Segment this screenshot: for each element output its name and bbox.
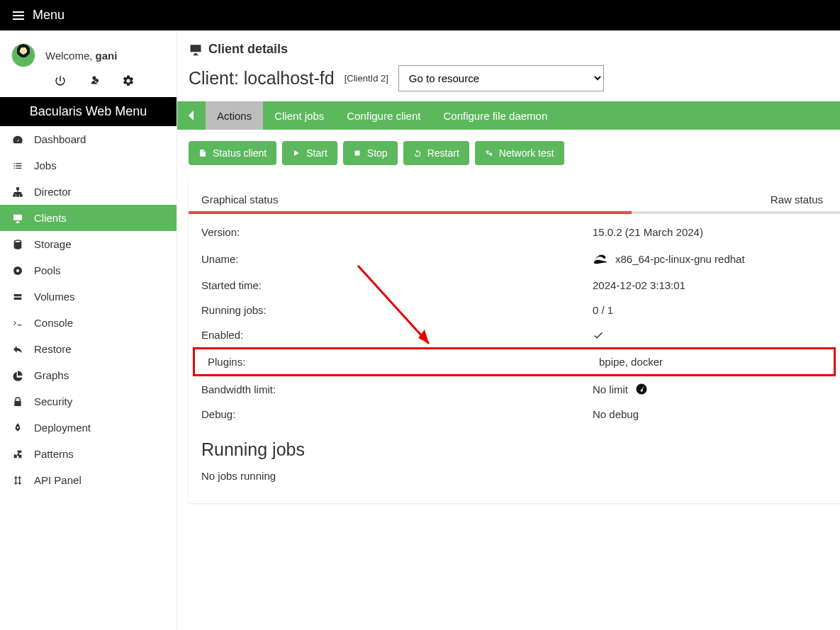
tab-configure-file-daemon[interactable]: Configure file daemon [432,101,559,130]
gauge-icon[interactable] [635,383,648,395]
chart-pie-icon [11,370,24,381]
svg-point-1 [16,269,19,272]
sidebar-item-label: Restore [34,343,72,355]
highlight-annotation: Plugins: bpipe, docker [193,347,836,376]
sidebar-item-label: Pools [34,264,61,276]
hamburger-icon[interactable] [13,11,24,20]
database-icon [11,239,24,250]
hdd-icon [11,291,24,303]
sidebar-item-label: Security [34,395,72,407]
info-label: Plugins: [208,356,599,368]
sitemap-icon [11,186,24,198]
info-label: Bandwidth limit: [201,383,593,395]
stop-button[interactable]: Stop [343,141,398,165]
client-id: [ClientId 2] [345,73,388,84]
graphical-status-tab[interactable]: Graphical status [201,193,278,206]
sidebar-item-restore[interactable]: Restore [0,336,177,362]
sidebar-item-pools[interactable]: Pools [0,257,177,283]
info-row-debug: Debug: No debug [189,402,840,427]
network-test-button[interactable]: Network test [475,141,564,165]
tab-configure-client[interactable]: Configure client [335,101,432,130]
sidebar-item-jobs[interactable]: Jobs [0,152,177,179]
back-button[interactable] [177,101,206,130]
info-label: Started time: [201,279,593,291]
sidebar-item-storage[interactable]: Storage [0,231,177,257]
sidebar-item-deployment[interactable]: Deployment [0,415,177,441]
welcome-prefix: Welcome, [45,50,96,62]
status-divider [189,211,840,214]
info-value: No limit [593,383,648,395]
nav-list: Dashboard Jobs Director Clients Storage … [0,126,177,493]
check-icon [593,330,604,341]
user-name: gani [96,50,118,62]
sidebar-item-label: Graphs [34,369,69,381]
lock-icon [11,396,24,407]
user-cog-icon[interactable] [88,74,101,87]
info-value: 15.0.2 (21 March 2024) [593,226,703,238]
raw-status-tab[interactable]: Raw status [771,193,823,206]
redhat-icon [593,251,608,266]
client-name: Client: localhost-fd [189,68,335,89]
sidebar-item-label: Volumes [34,291,75,303]
sidebar-item-security[interactable]: Security [0,388,177,415]
gear-icon[interactable] [122,74,135,87]
sidebar-item-label: Patterns [34,448,74,460]
tabs-bar: Actions Client jobs Configure client Con… [177,101,840,130]
running-jobs-empty: No jobs running [201,470,829,482]
info-label: Enabled: [201,329,593,341]
sidebar-item-label: Director [34,186,72,198]
rocket-icon [11,422,24,434]
puzzle-icon [11,449,24,460]
info-row-bandwidth: Bandwidth limit: No limit [189,376,840,402]
tab-actions[interactable]: Actions [206,101,263,130]
sidebar-menu-title: Bacularis Web Menu [0,97,177,126]
info-table: Version: 15.0.2 (21 March 2024) Uname: x… [189,220,840,427]
sidebar-item-graphs[interactable]: Graphs [0,362,177,388]
info-value: 0 / 1 [593,304,613,316]
svg-rect-2 [354,151,359,156]
info-label: Debug: [201,408,593,420]
sidebar-item-label: Storage [34,238,72,250]
sidebar-item-director[interactable]: Director [0,179,177,205]
desktop-icon [189,43,203,57]
status-client-button[interactable]: Status client [189,141,276,165]
running-jobs-section: Running jobs No jobs running [189,427,840,482]
sidebar-item-dashboard[interactable]: Dashboard [0,126,177,152]
sidebar-item-clients[interactable]: Clients [0,205,177,231]
running-jobs-title: Running jobs [201,439,829,460]
go-to-resource-select[interactable]: Go to resource [398,65,604,91]
sidebar-item-label: Jobs [34,159,57,171]
info-label: Running jobs: [201,304,593,316]
restart-button[interactable]: Restart [403,141,469,165]
tab-client-jobs[interactable]: Client jobs [263,101,335,130]
info-value: x86_64-pc-linux-gnu redhat [593,251,745,266]
info-row-running-jobs: Running jobs: 0 / 1 [189,298,840,322]
status-panel: Graphical status Raw status Version: 15.… [189,176,840,503]
reply-icon [11,344,24,355]
info-label: Uname: [201,253,593,265]
sidebar-item-patterns[interactable]: Patterns [0,441,177,467]
sidebar-item-label: API Panel [34,474,82,486]
sidebar-item-console[interactable]: Console [0,310,177,336]
sidebar-item-api-panel[interactable]: API Panel [0,467,177,493]
info-value: 2024-12-02 3:13:01 [593,279,685,291]
sidebar-item-volumes[interactable]: Volumes [0,283,177,310]
sidebar-item-label: Deployment [34,422,91,434]
info-row-started: Started time: 2024-12-02 3:13:01 [189,273,840,298]
tape-icon [11,265,24,276]
tachometer-icon [11,134,24,145]
welcome-text: Welcome, gani [45,50,117,62]
main-content: Client details Client: localhost-fd [Cli… [177,30,840,630]
info-value: bpipe, docker [599,356,663,368]
power-icon[interactable] [54,74,67,87]
info-row-uname: Uname: x86_64-pc-linux-gnu redhat [189,244,840,273]
menu-label[interactable]: Menu [33,8,65,23]
start-button[interactable]: Start [282,141,337,165]
desktop-icon [11,213,24,224]
info-row-plugins: Plugins: bpipe, docker [195,349,834,374]
list-icon [11,160,24,171]
page-title: Client details [208,42,288,57]
sidebar-item-label: Clients [34,212,67,224]
info-label: Version: [201,226,593,238]
page-header: Client details Client: localhost-fd [Cli… [177,42,840,101]
